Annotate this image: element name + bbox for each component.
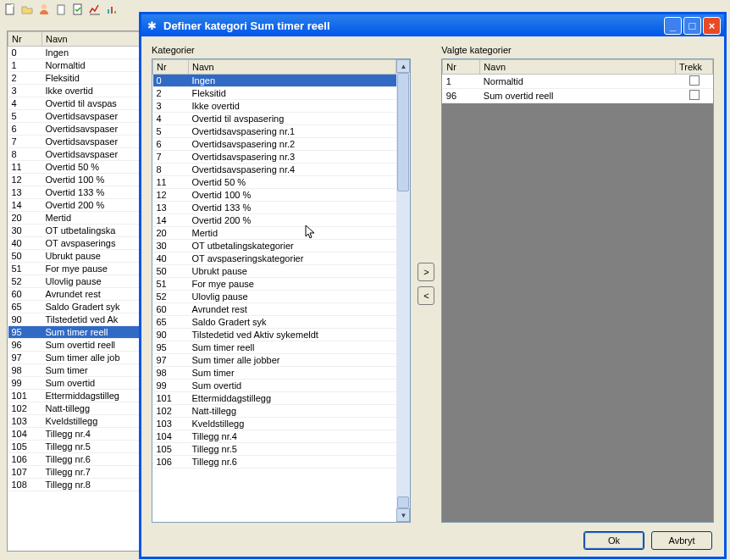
available-row[interactable]: 95Sum timer reell bbox=[153, 341, 396, 354]
bg-row[interactable]: 8Overtidsavspaser bbox=[8, 148, 141, 161]
bg-row[interactable]: 102Natt-tillegg bbox=[8, 402, 141, 415]
scroll-down-button[interactable]: ▼ bbox=[396, 508, 410, 522]
available-row[interactable]: 105Tillegg nr.5 bbox=[153, 443, 396, 456]
available-row[interactable]: 3Ikke overtid bbox=[153, 100, 396, 113]
scroll-thumb[interactable] bbox=[397, 73, 409, 191]
bg-row[interactable]: 50Ubrukt pause bbox=[8, 250, 141, 263]
bg-row[interactable]: 11Overtid 50 % bbox=[8, 161, 141, 174]
available-row[interactable]: 99Sum overtid bbox=[153, 380, 396, 392]
bg-row[interactable]: 51For mye pause bbox=[8, 263, 141, 275]
bg-row[interactable]: 101Ettermiddagstilleg bbox=[8, 390, 141, 402]
open-icon[interactable] bbox=[20, 3, 34, 16]
trekk-checkbox[interactable] bbox=[689, 90, 700, 100]
bg-row[interactable]: 13Overtid 133 % bbox=[8, 186, 141, 199]
trekk-checkbox[interactable] bbox=[689, 75, 700, 86]
available-row[interactable]: 97Sum timer alle jobber bbox=[153, 354, 396, 367]
available-row[interactable]: 50Ubrukt pause bbox=[153, 265, 396, 278]
chart-line-icon[interactable] bbox=[88, 3, 102, 16]
minimize-button[interactable]: _ bbox=[664, 17, 682, 35]
available-row[interactable]: 14Overtid 200 % bbox=[153, 214, 396, 227]
bg-row[interactable]: 1Normaltid bbox=[8, 59, 141, 72]
bg-row[interactable]: 4Overtid til avspas bbox=[8, 97, 141, 110]
right-col-navn[interactable]: Navn bbox=[480, 60, 676, 75]
available-categories-list[interactable]: Nr Navn 0Ingen2Fleksitid3Ikke overtid4Ov… bbox=[152, 58, 411, 523]
bg-row[interactable]: 60Avrundet rest bbox=[8, 288, 141, 301]
bg-row[interactable]: 30OT utbetalingska bbox=[8, 225, 141, 237]
right-col-trekk[interactable]: Trekk bbox=[676, 60, 713, 75]
available-row[interactable]: 20Mertid bbox=[153, 227, 396, 240]
available-row[interactable]: 102Natt-tillegg bbox=[153, 405, 396, 418]
bg-row[interactable]: 12Overtid 100 % bbox=[8, 174, 141, 186]
bg-row[interactable]: 14Overtid 200 % bbox=[8, 199, 141, 212]
selected-row[interactable]: 96Sum overtid reell bbox=[443, 89, 713, 103]
bg-row[interactable]: 106Tillegg nr.6 bbox=[8, 453, 141, 466]
ok-button[interactable]: Ok bbox=[583, 531, 644, 550]
bg-row[interactable]: 52Ulovlig pause bbox=[8, 275, 141, 288]
left-scrollbar[interactable]: ▲ ▼ bbox=[396, 59, 410, 522]
bg-row[interactable]: 98Sum timer bbox=[8, 364, 141, 377]
available-row[interactable]: 103Kveldstillegg bbox=[153, 418, 396, 430]
move-right-button[interactable]: > bbox=[418, 263, 434, 281]
scroll-thumb-bottom[interactable] bbox=[397, 496, 409, 508]
left-col-nr[interactable]: Nr bbox=[153, 60, 189, 75]
available-row[interactable]: 11Overtid 50 % bbox=[153, 176, 396, 189]
chart-bar-icon[interactable] bbox=[105, 3, 119, 16]
bg-col-navn[interactable]: Navn bbox=[42, 32, 141, 47]
available-row[interactable]: 4Overtid til avspasering bbox=[153, 113, 396, 125]
available-row[interactable]: 65Saldo Gradert syk bbox=[153, 316, 396, 329]
available-row[interactable]: 101Ettermiddagstillegg bbox=[153, 392, 396, 405]
bg-row[interactable]: 20Mertid bbox=[8, 212, 141, 225]
available-row[interactable]: 104Tillegg nr.4 bbox=[153, 430, 396, 443]
scroll-up-button[interactable]: ▲ bbox=[396, 59, 410, 73]
bg-row[interactable]: 99Sum overtid bbox=[8, 377, 141, 390]
bg-row[interactable]: 2Fleksitid bbox=[8, 72, 141, 85]
available-row[interactable]: 51For mye pause bbox=[153, 278, 396, 291]
bg-row[interactable]: 104Tillegg nr.4 bbox=[8, 428, 141, 441]
bg-row[interactable]: 0Ingen bbox=[8, 47, 141, 59]
bg-row[interactable]: 105Tillegg nr.5 bbox=[8, 441, 141, 453]
bg-row[interactable]: 65Saldo Gradert syk bbox=[8, 301, 141, 313]
available-row[interactable]: 30OT utbetalingskategorier bbox=[153, 240, 396, 252]
maximize-button[interactable]: □ bbox=[683, 17, 701, 35]
bg-row[interactable]: 108Tillegg nr.8 bbox=[8, 479, 141, 491]
available-row[interactable]: 52Ulovlig pause bbox=[153, 291, 396, 303]
bg-row[interactable]: 40OT avspaserings bbox=[8, 237, 141, 250]
background-category-table[interactable]: Nr Navn 0Ingen1Normaltid2Fleksitid3Ikke … bbox=[7, 30, 142, 552]
selected-row[interactable]: 1Normaltid bbox=[443, 75, 713, 89]
bg-row[interactable]: 103Kveldstillegg bbox=[8, 415, 141, 428]
bg-col-nr[interactable]: Nr bbox=[8, 32, 42, 47]
close-button[interactable]: × bbox=[703, 17, 721, 35]
available-row[interactable]: 0Ingen bbox=[153, 75, 396, 87]
new-icon[interactable] bbox=[3, 3, 17, 16]
bg-row[interactable]: 107Tillegg nr.7 bbox=[8, 466, 141, 479]
right-col-nr[interactable]: Nr bbox=[443, 60, 480, 75]
available-row[interactable]: 40OT avspaseringskategorier bbox=[153, 252, 396, 265]
available-row[interactable]: 13Overtid 133 % bbox=[153, 202, 396, 214]
available-row[interactable]: 5Overtidsavspasering nr.1 bbox=[153, 125, 396, 138]
available-row[interactable]: 7Overtidsavspasering nr.3 bbox=[153, 151, 396, 164]
clipboard-icon[interactable] bbox=[54, 3, 68, 16]
bg-row[interactable]: 5Overtidsavspaser bbox=[8, 110, 141, 123]
bg-row[interactable]: 90Tilstedetid ved Ak bbox=[8, 313, 141, 326]
cancel-button[interactable]: Avbryt bbox=[651, 531, 712, 550]
available-row[interactable]: 106Tillegg nr.6 bbox=[153, 456, 396, 469]
user-icon[interactable] bbox=[37, 3, 51, 16]
dialog-titlebar[interactable]: ✱ Definer kategori Sum timer reell _ □ × bbox=[141, 14, 724, 36]
left-col-navn[interactable]: Navn bbox=[189, 60, 396, 75]
available-row[interactable]: 98Sum timer bbox=[153, 367, 396, 380]
doc-check-icon[interactable] bbox=[71, 3, 85, 16]
bg-row[interactable]: 97Sum timer alle job bbox=[8, 352, 141, 364]
selected-categories-list[interactable]: Nr Navn Trekk 1Normaltid96Sum overtid re… bbox=[441, 58, 714, 523]
bg-row[interactable]: 3Ikke overtid bbox=[8, 85, 141, 97]
bg-row[interactable]: 96Sum overtid reell bbox=[8, 339, 141, 352]
available-row[interactable]: 8Overtidsavspasering nr.4 bbox=[153, 164, 396, 176]
available-row[interactable]: 2Fleksitid bbox=[153, 87, 396, 100]
available-row[interactable]: 90Tilstedetid ved Aktiv sykemeldt bbox=[153, 329, 396, 341]
bg-row[interactable]: 6Overtidsavspaser bbox=[8, 123, 141, 136]
available-row[interactable]: 6Overtidsavspasering nr.2 bbox=[153, 138, 396, 151]
bg-row[interactable]: 7Overtidsavspaser bbox=[8, 136, 141, 148]
move-left-button[interactable]: < bbox=[418, 286, 434, 305]
available-row[interactable]: 60Avrundet rest bbox=[153, 303, 396, 316]
bg-row[interactable]: 95Sum timer reell bbox=[8, 326, 141, 339]
available-row[interactable]: 12Overtid 100 % bbox=[153, 189, 396, 202]
